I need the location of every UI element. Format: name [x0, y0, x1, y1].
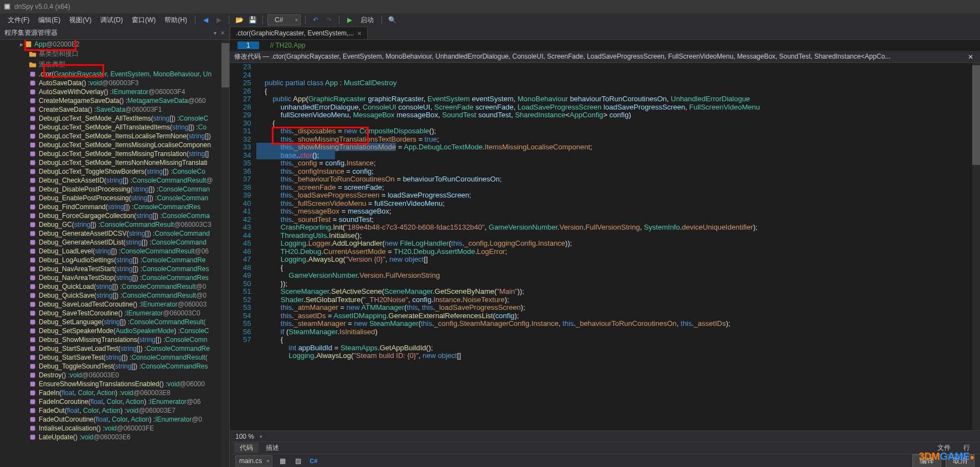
menu-window[interactable]: 窗口(W): [128, 14, 159, 26]
csharp-icon[interactable]: C#: [308, 455, 319, 466]
nav-forward-icon[interactable]: ▶: [213, 14, 224, 25]
tree-row[interactable]: CreateMetagameSaveData() : MetagameSaveD…: [0, 96, 229, 105]
tree-row[interactable]: DebugLocText_ToggleShowBorders(string[])…: [0, 167, 229, 176]
svg-rect-23: [30, 249, 35, 254]
open-icon[interactable]: 📂: [234, 14, 245, 25]
tree-view[interactable]: ▸App @02000E2基类型和接口派生类型.ctor(GraphicRayc…: [0, 40, 229, 467]
tree-row[interactable]: ▸App @02000E2: [0, 40, 229, 49]
tree-row[interactable]: Debug_ToggleSoundTest(string[]) : Consol…: [0, 362, 229, 371]
tree-scrollbar[interactable]: [221, 40, 229, 467]
svg-rect-32: [30, 329, 35, 334]
svg-rect-12: [30, 152, 35, 157]
dropdown-icon[interactable]: ▾: [214, 30, 216, 36]
tab-code[interactable]: 代码: [234, 443, 259, 453]
tree-row[interactable]: Debug_QuickLoad(string[]) : ConsoleComma…: [0, 282, 229, 291]
tree-row[interactable]: DebugLocText_SetMode_AllTranslatedItems(…: [0, 123, 229, 132]
svg-rect-44: [30, 435, 35, 440]
tree-row[interactable]: DebugLocText_SetMode_ItemsLocaliseTermNo…: [0, 132, 229, 141]
tree-row[interactable]: Debug_StartSaveLoadTest(string[]) : Cons…: [0, 344, 229, 353]
tree-row[interactable]: Debug_ShowMissingTranslations(string[]) …: [0, 335, 229, 344]
svg-rect-25: [30, 267, 35, 272]
menu-help[interactable]: 帮助(H): [161, 14, 190, 26]
tree-row[interactable]: CreateSaveData() : SaveData @060003F1: [0, 105, 229, 114]
file-combo[interactable]: main.cs: [235, 455, 272, 466]
tabstrip: .ctor(GraphicRaycaster, EventSystem,... …: [230, 27, 980, 40]
tree-row[interactable]: Debug_NavAreaTestStop(string[]) : Consol…: [0, 273, 229, 282]
tree-row[interactable]: Debug_NavAreaTestStart(string[]) : Conso…: [0, 264, 229, 273]
tree-row[interactable]: 基类型和接口: [0, 49, 229, 59]
tree-row[interactable]: FadeIn(float, Color, Action) : void @060…: [0, 388, 229, 397]
tree-row[interactable]: Debug_LoadLevel(string[]) : ConsoleComma…: [0, 247, 229, 256]
nav-back-icon[interactable]: ◀: [200, 14, 211, 25]
tree-row[interactable]: Debug_SetLanguage(string[]) : ConsoleCom…: [0, 318, 229, 326]
tool-icon-2[interactable]: ▨: [292, 455, 303, 466]
tree-row[interactable]: DebugLocText_SetMode_ItemsMissingTransla…: [0, 149, 229, 158]
undo-icon[interactable]: ↶: [310, 14, 321, 25]
tree-row[interactable]: Debug_GenerateAssetIDCSV(string[]) : Con…: [0, 229, 229, 238]
svg-rect-28: [30, 293, 35, 298]
tree-row[interactable]: DebugLocText_SetMode_ItemsNonNoneMissing…: [0, 158, 229, 167]
tree-row[interactable]: Debug_ForceGargageCollection(string[]) :…: [0, 211, 229, 220]
svg-rect-13: [30, 160, 35, 165]
svg-rect-30: [30, 311, 35, 316]
editor-tab[interactable]: .ctor(GraphicRaycaster, EventSystem,... …: [230, 27, 368, 39]
tree-row[interactable]: Debug_SetSpeakerMode(AudioSpeakerMode) :…: [0, 326, 229, 335]
tree-row[interactable]: Debug_StartSaveTest(string[]) : ConsoleC…: [0, 353, 229, 362]
svg-rect-31: [30, 320, 35, 325]
menu-view[interactable]: 视图(V): [66, 14, 95, 26]
tree-row[interactable]: Debug_GenerateAssetIDList(string[]) : Co…: [0, 238, 229, 247]
tool-icon-1[interactable]: ▦: [277, 455, 288, 466]
menu-debug[interactable]: 调试(D): [97, 14, 126, 26]
svg-rect-34: [30, 346, 35, 351]
tree-row[interactable]: AutoSaveData() : void @060003F3: [0, 79, 229, 87]
tree-row[interactable]: AutoSaveWithOverlay() : IEnumerator @060…: [0, 87, 229, 96]
tree-row[interactable]: Destroy() : void @060003E0: [0, 371, 229, 380]
start-label[interactable]: 启动: [357, 14, 377, 26]
tree-row[interactable]: Debug_FindCommand(string[]) : ConsoleCom…: [0, 203, 229, 211]
panel-header: 程序集资源管理器 ▾ ✕: [0, 27, 229, 40]
tree-row[interactable]: EnsureShowMissingTranslationsEnabled() :…: [0, 380, 229, 388]
tree-row[interactable]: FadeOutCoroutine(float, Color, Action) :…: [0, 415, 229, 424]
tree-row[interactable]: DebugLocText_SetMode_AllTextItems(string…: [0, 114, 229, 123]
tree-row[interactable]: IntialiseLocalisation() : void @060003FE: [0, 424, 229, 433]
svg-rect-19: [30, 214, 35, 219]
save-icon[interactable]: 💾: [247, 14, 258, 25]
app-title: dnSpy v5.0.4 (x64): [14, 3, 70, 11]
close-panel-icon[interactable]: ✕: [220, 30, 225, 36]
redo-icon[interactable]: ↷: [323, 14, 334, 25]
titlebar: dnSpy v5.0.4 (x64): [0, 0, 980, 13]
tree-row[interactable]: LateUpdate() : void @060003E6: [0, 433, 229, 442]
tree-row[interactable]: Debug_DisablePostProcessing(string[]) : …: [0, 185, 229, 194]
editor-area: .ctor(GraphicRaycaster, EventSystem,... …: [230, 27, 980, 467]
svg-rect-16: [30, 187, 35, 192]
close-tab-icon[interactable]: ✕: [357, 30, 362, 37]
tree-row[interactable]: FadeOut(float, Color, Action) : void @06…: [0, 406, 229, 415]
tree-row[interactable]: Debug_CheckAssetID(string[]) : ConsoleCo…: [0, 176, 229, 185]
tree-row[interactable]: Debug_LogAudioSettings(string[]) : Conso…: [0, 256, 229, 264]
svg-rect-38: [30, 382, 35, 387]
language-dropdown[interactable]: C#: [267, 14, 301, 25]
svg-rect-2: [25, 41, 32, 48]
svg-rect-14: [30, 169, 35, 174]
menu-file[interactable]: 文件(F): [4, 14, 33, 26]
close-modify-icon[interactable]: ✕: [966, 53, 976, 61]
menu-edit[interactable]: 编辑(E): [35, 14, 64, 26]
modify-code-header: 修改代码 — .ctor(GraphicRaycaster, EventSyst…: [230, 51, 980, 63]
tree-row[interactable]: .ctor(GraphicRaycaster, EventSystem, Mon…: [0, 70, 229, 79]
svg-rect-6: [30, 98, 35, 103]
start-icon[interactable]: ▶: [344, 14, 355, 25]
svg-rect-41: [30, 408, 35, 413]
code-editor[interactable]: 2324252627282930313233343536373839404142…: [230, 63, 980, 430]
tab-desc[interactable]: 描述: [260, 443, 285, 453]
tree-row[interactable]: Debug_SaveTestCoroutine() : IEnumerator …: [0, 309, 229, 318]
tree-row[interactable]: DebugLocText_SetMode_ItemsMissingLocalis…: [0, 141, 229, 149]
tree-row[interactable]: Debug_SaveLoadTestCoroutine() : IEnumera…: [0, 300, 229, 309]
tree-row[interactable]: 派生类型: [0, 59, 229, 70]
tree-row[interactable]: Debug_GC(string[]) : ConsoleCommandResul…: [0, 220, 229, 229]
editor-scrollbar[interactable]: [972, 63, 980, 430]
svg-rect-9: [30, 125, 35, 130]
search-icon[interactable]: 🔍: [386, 14, 398, 25]
tree-row[interactable]: Debug_QuickSave(string[]) : ConsoleComma…: [0, 291, 229, 300]
tree-row[interactable]: Debug_EnablePostProcessing(string[]) : C…: [0, 194, 229, 203]
tree-row[interactable]: FadeInCoroutine(float, Color, Action) : …: [0, 397, 229, 406]
